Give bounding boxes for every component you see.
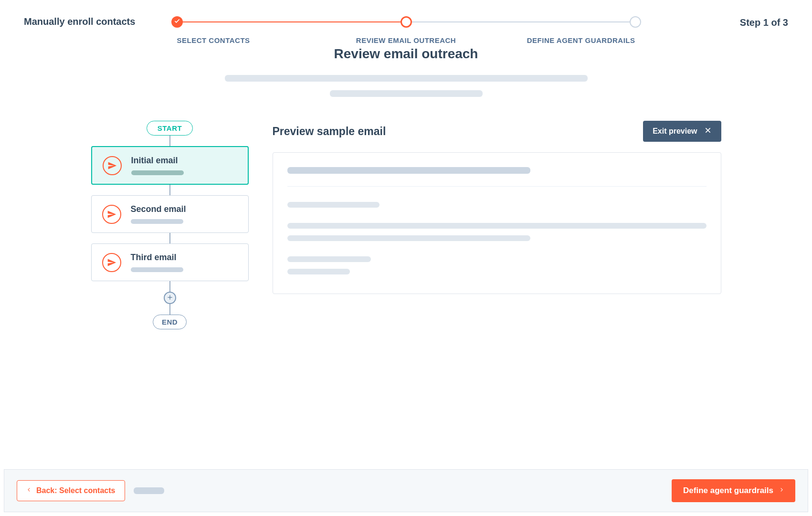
flow-connector [169, 233, 170, 243]
flow-end-pill: END [153, 315, 187, 329]
plus-icon [167, 293, 173, 303]
preview-title: Preview sample email [273, 125, 386, 138]
next-button-label: Define agent guardrails [683, 486, 773, 495]
placeholder-bar [330, 90, 483, 97]
step-counter: Step 1 of 3 [740, 17, 788, 28]
flow-card-third-email[interactable]: Third email [91, 243, 249, 281]
check-icon [174, 18, 180, 26]
flow-connector [169, 136, 170, 146]
stepper-label-3: DEFINE AGENT GUARDRAILS [483, 36, 635, 44]
stepper-node-2[interactable] [401, 16, 412, 28]
email-flow: START Initial email Second email [91, 121, 249, 329]
stepper-label-2: REVIEW EMAIL OUTREACH [330, 36, 483, 44]
stepper-label-1: SELECT CONTACTS [177, 36, 330, 44]
flow-start-pill: START [147, 121, 193, 136]
email-preview-body [273, 152, 721, 294]
wizard-header: Manually enroll contacts SELECT CONTACTS… [0, 0, 812, 27]
stepper-segment-completed [177, 21, 406, 22]
paper-plane-icon [103, 156, 122, 175]
wizard-footer: Back: Select contacts Define agent guard… [4, 469, 808, 512]
paper-plane-icon [102, 205, 121, 224]
add-step-button[interactable] [164, 292, 176, 304]
chevron-left-icon [27, 486, 32, 495]
page-subtitle-placeholder [24, 75, 788, 97]
exit-preview-label: Exit preview [653, 127, 697, 136]
exit-preview-button[interactable]: Exit preview [643, 121, 721, 142]
paper-plane-icon [102, 253, 121, 272]
flow-card-title: Initial email [131, 156, 239, 166]
main-content: Review email outreach START Initial emai… [0, 27, 812, 329]
wizard-title: Manually enroll contacts [24, 16, 167, 27]
placeholder-bar [287, 167, 530, 174]
stepper-segment-future [406, 21, 635, 22]
stepper: SELECT CONTACTS REVIEW EMAIL OUTREACH DE… [177, 16, 635, 44]
stepper-node-1[interactable] [171, 16, 183, 28]
placeholder-bar [287, 256, 371, 262]
close-icon [704, 126, 712, 136]
placeholder-bar [287, 223, 707, 229]
flow-card-title: Second email [131, 204, 240, 214]
divider [287, 186, 707, 187]
placeholder-bar [287, 202, 380, 208]
placeholder-bar [131, 170, 184, 175]
flow-connector [169, 281, 170, 292]
email-preview-panel: Preview sample email Exit preview [273, 121, 721, 294]
flow-card-title: Third email [131, 253, 240, 263]
placeholder-bar [134, 487, 164, 494]
back-button[interactable]: Back: Select contacts [17, 480, 125, 501]
flow-card-second-email[interactable]: Second email [91, 195, 249, 233]
placeholder-bar [131, 219, 183, 224]
chevron-right-icon [779, 486, 784, 495]
flow-connector [169, 304, 170, 315]
flow-connector [169, 185, 170, 195]
placeholder-bar [225, 75, 588, 82]
page-title: Review email outreach [24, 46, 788, 62]
next-button[interactable]: Define agent guardrails [672, 479, 795, 502]
flow-card-initial-email[interactable]: Initial email [91, 146, 249, 185]
placeholder-bar [287, 235, 530, 241]
stepper-node-3[interactable] [630, 16, 641, 28]
back-button-label: Back: Select contacts [36, 486, 115, 495]
placeholder-bar [131, 267, 183, 272]
placeholder-bar [287, 269, 350, 274]
